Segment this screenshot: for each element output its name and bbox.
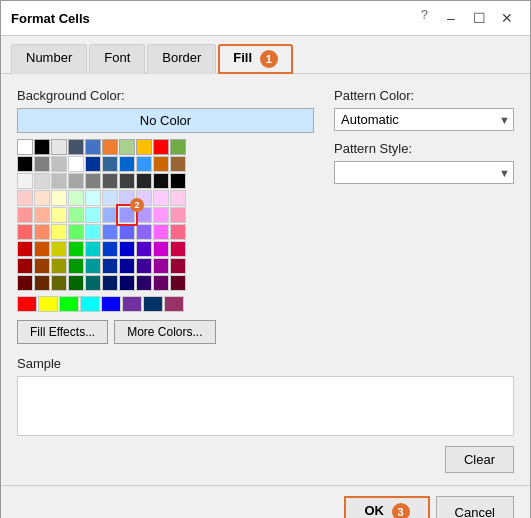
color-cell[interactable] — [68, 173, 84, 189]
color-cell[interactable] — [102, 258, 118, 274]
color-cell[interactable] — [51, 241, 67, 257]
color-cell[interactable] — [136, 139, 152, 155]
color-cell[interactable] — [17, 190, 33, 206]
color-cell[interactable] — [85, 258, 101, 274]
color-cell[interactable] — [34, 241, 50, 257]
ok-button[interactable]: OK 3 — [344, 496, 429, 518]
color-cell[interactable] — [85, 190, 101, 206]
color-cell[interactable] — [153, 275, 169, 291]
color-cell[interactable] — [80, 296, 100, 312]
color-cell[interactable] — [153, 156, 169, 172]
color-cell[interactable] — [170, 258, 186, 274]
color-cell[interactable] — [17, 275, 33, 291]
color-cell[interactable] — [68, 190, 84, 206]
no-color-button[interactable]: No Color — [17, 108, 314, 133]
color-cell[interactable] — [51, 173, 67, 189]
color-cell[interactable] — [34, 207, 50, 223]
color-cell[interactable] — [136, 173, 152, 189]
color-cell[interactable] — [68, 258, 84, 274]
color-cell[interactable] — [51, 275, 67, 291]
color-cell[interactable] — [102, 241, 118, 257]
color-cell[interactable] — [119, 258, 135, 274]
color-cell[interactable] — [102, 190, 118, 206]
color-cell[interactable] — [85, 275, 101, 291]
color-cell[interactable] — [34, 139, 50, 155]
tab-font[interactable]: Font — [89, 44, 145, 74]
color-cell[interactable] — [101, 296, 121, 312]
color-cell[interactable] — [17, 173, 33, 189]
color-cell[interactable] — [143, 296, 163, 312]
color-cell[interactable] — [85, 241, 101, 257]
color-cell[interactable] — [34, 173, 50, 189]
color-cell[interactable] — [51, 258, 67, 274]
color-cell[interactable] — [34, 275, 50, 291]
color-cell[interactable] — [68, 241, 84, 257]
color-cell[interactable] — [102, 207, 118, 223]
color-cell[interactable] — [153, 190, 169, 206]
color-cell[interactable] — [170, 173, 186, 189]
color-cell[interactable] — [170, 207, 186, 223]
color-cell[interactable] — [136, 224, 152, 240]
color-cell[interactable] — [170, 224, 186, 240]
color-cell[interactable] — [51, 156, 67, 172]
color-cell[interactable] — [17, 224, 33, 240]
color-cell[interactable] — [17, 207, 33, 223]
color-cell[interactable] — [68, 207, 84, 223]
color-cell[interactable] — [85, 139, 101, 155]
color-cell[interactable] — [38, 296, 58, 312]
cancel-button[interactable]: Cancel — [436, 496, 514, 518]
color-cell[interactable] — [119, 224, 135, 240]
tab-number[interactable]: Number — [11, 44, 87, 74]
maximize-button[interactable]: ☐ — [466, 7, 492, 29]
color-cell[interactable] — [59, 296, 79, 312]
color-cell[interactable] — [68, 156, 84, 172]
color-cell[interactable] — [68, 275, 84, 291]
color-cell[interactable] — [102, 275, 118, 291]
color-cell[interactable]: 2 — [119, 207, 135, 223]
color-cell[interactable] — [153, 241, 169, 257]
color-cell[interactable] — [153, 207, 169, 223]
color-cell[interactable] — [170, 241, 186, 257]
color-cell[interactable] — [34, 258, 50, 274]
minimize-button[interactable]: – — [438, 7, 464, 29]
fill-effects-button[interactable]: Fill Effects... — [17, 320, 108, 344]
color-cell[interactable] — [170, 139, 186, 155]
color-cell[interactable] — [85, 207, 101, 223]
color-cell[interactable] — [85, 156, 101, 172]
color-cell[interactable] — [17, 258, 33, 274]
color-cell[interactable] — [119, 156, 135, 172]
color-cell[interactable] — [119, 139, 135, 155]
color-cell[interactable] — [34, 156, 50, 172]
color-cell[interactable] — [68, 139, 84, 155]
color-cell[interactable] — [136, 275, 152, 291]
color-cell[interactable] — [153, 224, 169, 240]
color-cell[interactable] — [85, 224, 101, 240]
color-cell[interactable] — [136, 258, 152, 274]
color-cell[interactable] — [102, 139, 118, 155]
color-cell[interactable] — [170, 156, 186, 172]
pattern-style-select[interactable] — [334, 161, 514, 184]
color-cell[interactable] — [102, 224, 118, 240]
help-icon[interactable]: ? — [421, 7, 428, 29]
close-button[interactable]: ✕ — [494, 7, 520, 29]
color-cell[interactable] — [153, 173, 169, 189]
color-cell[interactable] — [51, 139, 67, 155]
color-cell[interactable] — [102, 156, 118, 172]
color-cell[interactable] — [164, 296, 184, 312]
color-cell[interactable] — [51, 207, 67, 223]
color-cell[interactable] — [17, 241, 33, 257]
color-cell[interactable] — [119, 241, 135, 257]
color-cell[interactable] — [34, 190, 50, 206]
color-cell[interactable] — [17, 139, 33, 155]
clear-button[interactable]: Clear — [445, 446, 514, 473]
color-cell[interactable] — [68, 224, 84, 240]
color-cell[interactable] — [153, 139, 169, 155]
color-cell[interactable] — [122, 296, 142, 312]
color-cell[interactable] — [136, 156, 152, 172]
color-cell[interactable] — [51, 190, 67, 206]
color-cell[interactable] — [170, 190, 186, 206]
color-cell[interactable] — [17, 296, 37, 312]
color-cell[interactable] — [51, 224, 67, 240]
color-cell[interactable] — [136, 241, 152, 257]
color-cell[interactable] — [17, 156, 33, 172]
